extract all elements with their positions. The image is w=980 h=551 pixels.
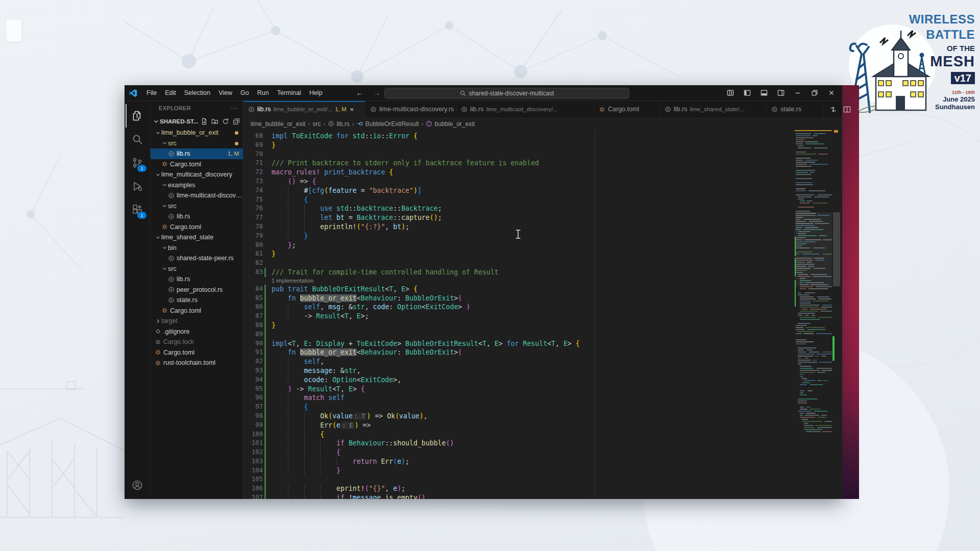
tree-item-src[interactable]: src bbox=[151, 264, 243, 274]
tree-item-rust-toolchain-toml[interactable]: rust-toolchain.toml bbox=[151, 358, 243, 368]
tree-item-cargo-lock[interactable]: Cargo.lock bbox=[151, 337, 243, 347]
text-cursor-pointer bbox=[514, 229, 522, 239]
chevron-down-icon bbox=[161, 203, 168, 209]
toggle-primary-sidebar-icon[interactable] bbox=[741, 87, 754, 98]
code-token: < bbox=[288, 340, 292, 347]
tree-item-bin[interactable]: bin bbox=[151, 243, 243, 254]
chevron-right-icon bbox=[155, 318, 161, 324]
code-line-85: 85 fn bubble_or_exit<Behaviour: BubbleOr… bbox=[243, 294, 795, 303]
minimap[interactable] bbox=[795, 130, 832, 499]
tree-item-src[interactable]: src bbox=[151, 201, 243, 212]
activity-item-explorer[interactable] bbox=[126, 104, 149, 128]
tree-item-lib-rs[interactable]: Rlib.rs bbox=[151, 274, 243, 285]
tree-item-target[interactable]: target bbox=[151, 316, 243, 327]
tree-item-peer-protocol-rs[interactable]: Rpeer_protocol.rs bbox=[151, 285, 243, 295]
code-token: , bbox=[555, 340, 564, 347]
activity-item-source-control[interactable]: 1 bbox=[126, 151, 149, 174]
tab-lib-rs-4[interactable]: Rlib.rslime_shared_state/... bbox=[660, 101, 767, 117]
indent-guide bbox=[336, 458, 353, 465]
customize-layout-icon[interactable] bbox=[724, 87, 737, 98]
menu-go[interactable]: Go bbox=[236, 89, 253, 96]
indent-guide bbox=[320, 467, 336, 474]
minimize-icon[interactable] bbox=[791, 87, 804, 98]
new-file-icon[interactable] bbox=[201, 118, 208, 125]
tree-item-cargo-toml[interactable]: Cargo.toml bbox=[151, 306, 243, 316]
tree-item-lib-rs[interactable]: Rlib.rs bbox=[151, 211, 243, 222]
indent-guide bbox=[272, 403, 288, 411]
line-number: 80 bbox=[243, 241, 263, 250]
tree-item-lime-shared-state[interactable]: lime_shared_state bbox=[151, 232, 243, 243]
restore-icon[interactable] bbox=[808, 87, 821, 98]
activity-item-account[interactable] bbox=[126, 473, 149, 497]
menu-file[interactable]: File bbox=[142, 89, 161, 96]
code-editor[interactable]: 68impl ToExitCode for std::io::Error {69… bbox=[243, 130, 795, 499]
tab-state-rs-5[interactable]: Rstate.rs bbox=[767, 101, 823, 117]
breadcrumb-item-lime-bubble-or-exit[interactable]: lime_bubble_or_exit bbox=[251, 120, 305, 128]
tab-lime-multicast-discovery-rs-1[interactable]: Rlime-multicast-discovery.rs bbox=[365, 101, 456, 117]
code-line-98: 98 Ok(value: T) => Ok(value), bbox=[243, 412, 795, 421]
tab-cargo-toml-3[interactable]: Cargo.toml bbox=[594, 101, 660, 117]
close-icon[interactable] bbox=[825, 87, 838, 98]
tree-item--gitignore[interactable]: .gitignore bbox=[151, 327, 243, 337]
toggle-secondary-sidebar-icon[interactable] bbox=[774, 87, 788, 98]
line-number: 98 bbox=[243, 412, 263, 421]
code-line-content: { bbox=[272, 430, 324, 439]
activity-item-search[interactable] bbox=[126, 128, 149, 151]
line-number: 97 bbox=[243, 403, 263, 412]
split-editor-icon[interactable] bbox=[843, 106, 851, 113]
code-token: :: bbox=[393, 214, 401, 221]
tab-lib-rs-0[interactable]: Rlib.rslime_bubble_or_exit/...1, M× bbox=[243, 101, 365, 117]
command-center-search[interactable]: shared-state-discover-multicast bbox=[384, 88, 629, 99]
menu-terminal[interactable]: Terminal bbox=[273, 89, 305, 96]
code-line-content: () => { bbox=[272, 177, 316, 186]
close-icon[interactable]: × bbox=[350, 106, 354, 113]
tree-item-cargo-toml[interactable]: Cargo.toml bbox=[151, 347, 243, 358]
tree-item-lime-bubble-or-exit[interactable]: lime_bubble_or_exit bbox=[151, 128, 243, 138]
tree-item-lib-rs[interactable]: Rlib.rs1, M bbox=[151, 148, 243, 159]
navigate-forward-icon[interactable]: → bbox=[374, 89, 381, 97]
tree-item-shared-state-peer-rs[interactable]: Rshared-state-peer.rs bbox=[151, 253, 243, 264]
minimap-slider[interactable] bbox=[795, 212, 832, 286]
tab-lib-rs-2[interactable]: Rlib.rslime_multicast_discovery/... bbox=[456, 101, 594, 117]
workspace-section-header[interactable]: SHARED-ST... bbox=[151, 115, 243, 128]
tree-item-cargo-toml[interactable]: Cargo.toml bbox=[151, 222, 243, 233]
more-actions-icon[interactable] bbox=[857, 106, 865, 113]
breadcrumb-item-src[interactable]: src bbox=[312, 120, 321, 128]
toggle-panel-icon[interactable] bbox=[757, 87, 771, 98]
editor-scrollbar[interactable] bbox=[832, 130, 842, 499]
code-line-89: 89 bbox=[243, 330, 795, 339]
menu-edit[interactable]: Edit bbox=[161, 89, 180, 96]
code-line-88: 88} bbox=[243, 321, 795, 330]
tree-item-examples[interactable]: examples bbox=[151, 180, 243, 191]
breadcrumb-label: lib.rs bbox=[336, 120, 349, 128]
tree-item-src[interactable]: src bbox=[151, 138, 243, 149]
code-line-content: } bbox=[272, 232, 308, 241]
activity-item-extensions[interactable]: 1 bbox=[126, 198, 149, 221]
code-token: { bbox=[304, 403, 308, 411]
navigate-back-icon[interactable]: ← bbox=[356, 89, 363, 97]
tree-item-lime-multicast-discovery[interactable]: lime_multicast_discovery bbox=[151, 169, 243, 180]
breadcrumb-item-lib-rs[interactable]: Rlib.rs bbox=[328, 120, 349, 128]
chevron-down-icon bbox=[161, 244, 168, 251]
menu-selection[interactable]: Selection bbox=[180, 89, 214, 96]
codelens-reference[interactable]: 1 implementation bbox=[243, 277, 795, 285]
collapse-folders-icon[interactable] bbox=[233, 118, 240, 125]
refresh-explorer-icon[interactable] bbox=[222, 118, 229, 125]
new-folder-icon[interactable] bbox=[211, 118, 218, 125]
menu-help[interactable]: Help bbox=[305, 89, 327, 96]
scrollbar-thumb[interactable] bbox=[833, 212, 840, 286]
activity-item-run-and-debug[interactable] bbox=[126, 174, 149, 198]
tree-item-state-rs[interactable]: Rstate.rs bbox=[151, 295, 243, 306]
tree-item-lime-multicast-discovery-rs[interactable]: Rlime-multicast-discovery.rs bbox=[151, 190, 243, 201]
breadcrumb-item-bubbleorexitresult[interactable]: BubbleOrExitResult bbox=[357, 120, 419, 128]
breadcrumb-item-bubble-or-exit[interactable]: bubble_or_exit bbox=[426, 120, 475, 128]
code-token: if bbox=[336, 439, 345, 447]
menu-run[interactable]: Run bbox=[253, 89, 273, 96]
explorer-more-actions-icon[interactable]: ··· bbox=[231, 105, 238, 111]
open-changes-icon[interactable] bbox=[829, 106, 837, 113]
rust-file-icon: R bbox=[168, 151, 175, 157]
code-line-content: { bbox=[272, 403, 308, 412]
menu-view[interactable]: View bbox=[214, 89, 236, 96]
tree-item-cargo-toml[interactable]: Cargo.toml bbox=[151, 159, 243, 170]
code-token: + bbox=[345, 340, 357, 347]
